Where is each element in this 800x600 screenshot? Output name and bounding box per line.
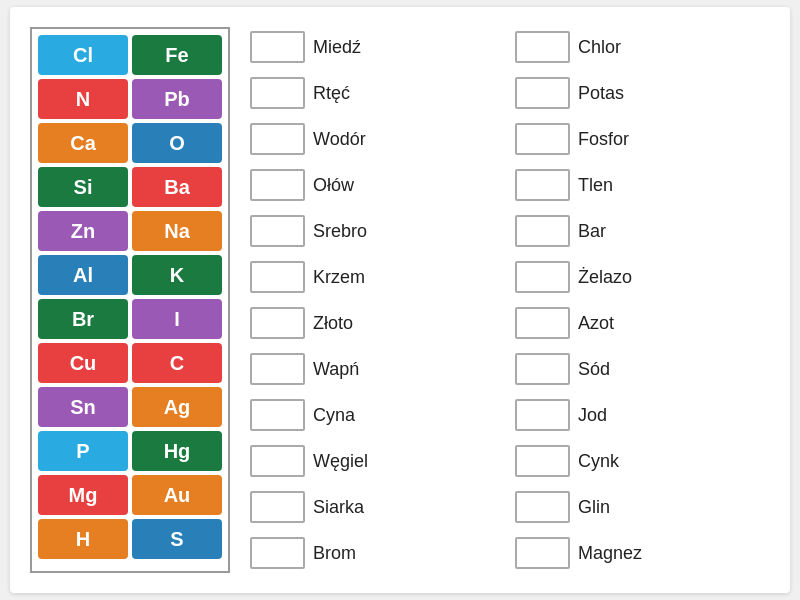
element-btn-k[interactable]: K: [132, 255, 222, 295]
match-row-left-1: Rtęć: [250, 73, 505, 113]
answer-box-right-4[interactable]: [515, 215, 570, 247]
match-label-left-6: Złoto: [313, 313, 353, 334]
match-row-left-10: Siarka: [250, 487, 505, 527]
element-btn-n[interactable]: N: [38, 79, 128, 119]
answer-box-left-0[interactable]: [250, 31, 305, 63]
match-label-left-2: Wodór: [313, 129, 366, 150]
match-row-left-11: Brom: [250, 533, 505, 573]
match-row-right-3: Tlen: [515, 165, 770, 205]
element-btn-al[interactable]: Al: [38, 255, 128, 295]
element-btn-i[interactable]: I: [132, 299, 222, 339]
match-row-right-9: Cynk: [515, 441, 770, 481]
element-btn-h[interactable]: H: [38, 519, 128, 559]
element-grid: ClFeNPbCaOSiBaZnNaAlKBrICuCSnAgPHgMgAuHS: [30, 27, 230, 573]
match-row-right-1: Potas: [515, 73, 770, 113]
match-row-right-8: Jod: [515, 395, 770, 435]
match-label-left-4: Srebro: [313, 221, 367, 242]
answer-box-left-9[interactable]: [250, 445, 305, 477]
match-row-left-3: Ołów: [250, 165, 505, 205]
element-btn-cl[interactable]: Cl: [38, 35, 128, 75]
answer-box-left-3[interactable]: [250, 169, 305, 201]
answer-box-right-3[interactable]: [515, 169, 570, 201]
element-btn-fe[interactable]: Fe: [132, 35, 222, 75]
match-label-left-9: Węgiel: [313, 451, 368, 472]
match-label-right-7: Sód: [578, 359, 610, 380]
match-label-right-1: Potas: [578, 83, 624, 104]
answer-box-right-2[interactable]: [515, 123, 570, 155]
element-btn-mg[interactable]: Mg: [38, 475, 128, 515]
answer-box-left-7[interactable]: [250, 353, 305, 385]
answer-box-right-9[interactable]: [515, 445, 570, 477]
match-row-right-11: Magnez: [515, 533, 770, 573]
answer-box-right-0[interactable]: [515, 31, 570, 63]
answer-box-right-10[interactable]: [515, 491, 570, 523]
match-row-left-5: Krzem: [250, 257, 505, 297]
element-btn-hg[interactable]: Hg: [132, 431, 222, 471]
match-label-right-2: Fosfor: [578, 129, 629, 150]
match-row-right-4: Bar: [515, 211, 770, 251]
answer-box-left-5[interactable]: [250, 261, 305, 293]
match-row-left-8: Cyna: [250, 395, 505, 435]
match-label-right-9: Cynk: [578, 451, 619, 472]
element-btn-pb[interactable]: Pb: [132, 79, 222, 119]
match-label-left-11: Brom: [313, 543, 356, 564]
match-label-left-1: Rtęć: [313, 83, 350, 104]
matching-area: MiedźRtęćWodórOłówSrebroKrzemZłotoWapńCy…: [240, 27, 770, 573]
answer-box-left-1[interactable]: [250, 77, 305, 109]
match-row-left-9: Węgiel: [250, 441, 505, 481]
answer-box-right-1[interactable]: [515, 77, 570, 109]
match-row-right-7: Sód: [515, 349, 770, 389]
match-label-left-3: Ołów: [313, 175, 354, 196]
match-label-left-10: Siarka: [313, 497, 364, 518]
answer-box-left-4[interactable]: [250, 215, 305, 247]
match-row-left-0: Miedź: [250, 27, 505, 67]
answer-box-right-11[interactable]: [515, 537, 570, 569]
answer-box-right-7[interactable]: [515, 353, 570, 385]
answer-box-left-6[interactable]: [250, 307, 305, 339]
match-row-left-7: Wapń: [250, 349, 505, 389]
answer-box-left-2[interactable]: [250, 123, 305, 155]
match-label-left-7: Wapń: [313, 359, 359, 380]
match-row-right-2: Fosfor: [515, 119, 770, 159]
match-row-left-6: Złoto: [250, 303, 505, 343]
match-label-right-11: Magnez: [578, 543, 642, 564]
answer-box-right-8[interactable]: [515, 399, 570, 431]
element-btn-ag[interactable]: Ag: [132, 387, 222, 427]
match-label-right-4: Bar: [578, 221, 606, 242]
answer-box-left-11[interactable]: [250, 537, 305, 569]
match-label-left-0: Miedź: [313, 37, 361, 58]
element-btn-br[interactable]: Br: [38, 299, 128, 339]
match-row-left-2: Wodór: [250, 119, 505, 159]
match-row-right-0: Chlor: [515, 27, 770, 67]
match-label-right-5: Żelazo: [578, 267, 632, 288]
element-btn-zn[interactable]: Zn: [38, 211, 128, 251]
element-btn-ca[interactable]: Ca: [38, 123, 128, 163]
match-row-right-5: Żelazo: [515, 257, 770, 297]
answer-box-right-5[interactable]: [515, 261, 570, 293]
element-btn-si[interactable]: Si: [38, 167, 128, 207]
answer-box-right-6[interactable]: [515, 307, 570, 339]
match-label-right-6: Azot: [578, 313, 614, 334]
main-container: ClFeNPbCaOSiBaZnNaAlKBrICuCSnAgPHgMgAuHS…: [10, 7, 790, 593]
match-label-right-0: Chlor: [578, 37, 621, 58]
element-btn-sn[interactable]: Sn: [38, 387, 128, 427]
match-label-left-8: Cyna: [313, 405, 355, 426]
element-btn-s[interactable]: S: [132, 519, 222, 559]
element-btn-c[interactable]: C: [132, 343, 222, 383]
right-match-column: ChlorPotasFosforTlenBarŻelazoAzotSódJodC…: [515, 27, 770, 573]
element-btn-au[interactable]: Au: [132, 475, 222, 515]
element-btn-p[interactable]: P: [38, 431, 128, 471]
element-btn-na[interactable]: Na: [132, 211, 222, 251]
match-label-right-3: Tlen: [578, 175, 613, 196]
answer-box-left-8[interactable]: [250, 399, 305, 431]
match-label-right-8: Jod: [578, 405, 607, 426]
element-btn-ba[interactable]: Ba: [132, 167, 222, 207]
match-label-left-5: Krzem: [313, 267, 365, 288]
element-btn-o[interactable]: O: [132, 123, 222, 163]
match-row-right-10: Glin: [515, 487, 770, 527]
left-match-column: MiedźRtęćWodórOłówSrebroKrzemZłotoWapńCy…: [250, 27, 505, 573]
element-btn-cu[interactable]: Cu: [38, 343, 128, 383]
match-row-right-6: Azot: [515, 303, 770, 343]
answer-box-left-10[interactable]: [250, 491, 305, 523]
match-label-right-10: Glin: [578, 497, 610, 518]
